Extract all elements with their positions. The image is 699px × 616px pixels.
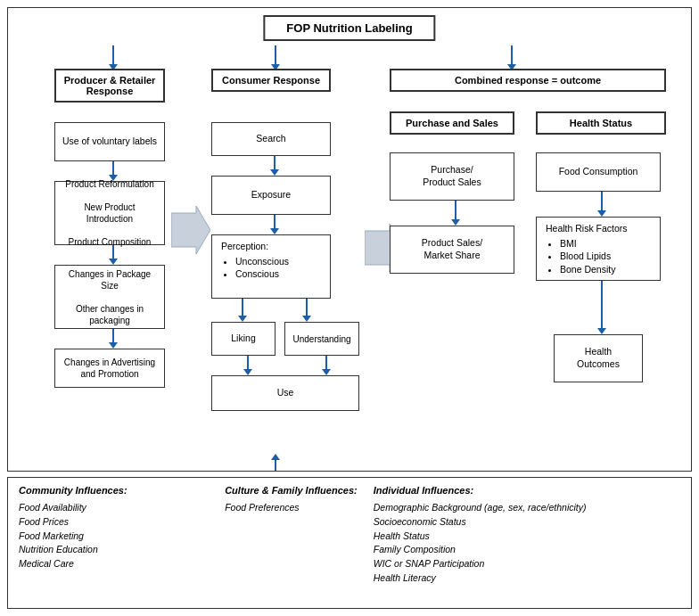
box-use: Use	[211, 375, 359, 411]
arrow-col1-3-4	[109, 329, 118, 349]
community-item-3: Food Marketing	[19, 530, 210, 544]
community-item-2: Food Prices	[19, 515, 210, 530]
health-bullet-3: Bone Density	[560, 263, 654, 276]
big-arrow-1-2	[171, 206, 210, 256]
arrow-title-col2	[271, 45, 280, 70]
arrow-food-healthrisk	[597, 192, 606, 217]
arrow-col2-exposure-perception	[270, 215, 279, 234]
col3a-header: Purchase and Sales	[390, 111, 514, 135]
bottom-culture: Culture & Family Influences: Food Prefer…	[225, 485, 359, 601]
individual-item-2: Socioeconomic Status	[374, 515, 680, 530]
title-box: FOP Nutrition Labeling	[263, 15, 435, 41]
box-perception: Perception: Unconscious Conscious	[211, 234, 331, 299]
arrow-understanding-use	[322, 356, 331, 375]
bottom-community: Community Influences: Food Availability …	[19, 485, 210, 601]
col1-header: Producer & Retailer Response	[54, 69, 165, 103]
individual-item-3: Health Status	[374, 530, 680, 544]
box-health-outcomes: Health Outcomes	[554, 334, 643, 382]
arrow-title-col1	[109, 45, 118, 70]
individual-item-4: Family Composition	[374, 543, 680, 557]
svg-marker-0	[171, 206, 210, 254]
community-item-4: Nutrition Education	[19, 543, 210, 557]
box-liking: Liking	[211, 322, 275, 356]
community-item-1: Food Availability	[19, 501, 210, 515]
box-voluntary-labels: Use of voluntary labels	[54, 122, 165, 161]
box-food-consumption: Food Consumption	[536, 152, 661, 192]
main-wrapper: FOP Nutrition Labeling Producer & Retail…	[0, 0, 699, 616]
bottom-individual: Individual Influences: Demographic Backg…	[374, 485, 680, 601]
health-bullet-2: Blood Lipids	[560, 250, 654, 263]
arrow-title-col3	[507, 45, 516, 70]
arrow-bottom-up	[271, 454, 280, 471]
community-title: Community Influences:	[19, 485, 210, 496]
arrow-col2-search-exposure	[270, 156, 279, 176]
bottom-influences: Community Influences: Food Availability …	[7, 477, 692, 609]
arrow-liking-use	[243, 356, 252, 375]
individual-title: Individual Influences:	[374, 485, 680, 496]
culture-item-1: Food Preferences	[225, 501, 359, 515]
box-package-size: Changes in Package Size Other changes in…	[54, 265, 165, 329]
individual-item-6: Health Literacy	[374, 571, 680, 586]
culture-title: Culture & Family Influences:	[225, 485, 359, 496]
col3b-header: Health Status	[536, 111, 666, 135]
box-health-risk: Health Risk Factors BMI Blood Lipids Bon…	[536, 217, 661, 281]
arrow-col1-2-3	[109, 245, 118, 265]
arrow-healthrisk-outcomes	[597, 281, 606, 334]
box-search: Search	[211, 122, 331, 156]
individual-item-1: Demographic Background (age, sex, race/e…	[374, 501, 680, 515]
box-understanding: Understanding	[284, 322, 359, 356]
arrow-col2-perception-understanding	[302, 299, 311, 322]
box-exposure: Exposure	[211, 176, 331, 215]
col3-header: Combined response = outcome	[390, 69, 666, 92]
arrow-col2-perception-liking	[238, 299, 247, 322]
diagram-area: FOP Nutrition Labeling Producer & Retail…	[7, 7, 692, 472]
perception-bullet-2: Conscious	[235, 267, 325, 281]
box-purchase-sales: Purchase/ Product Sales	[390, 152, 514, 201]
box-product-sales: Product Sales/ Market Share	[390, 226, 514, 274]
health-bullet-1: BMI	[560, 237, 654, 251]
arrow-col3-purchase-productsales	[451, 201, 460, 226]
box-advertising: Changes in Advertising and Promotion	[54, 349, 165, 388]
individual-item-5: WIC or SNAP Participation	[374, 557, 680, 571]
box-reformulation: Product Reformulation New Product Introd…	[54, 181, 165, 245]
community-item-5: Medical Care	[19, 557, 210, 571]
col2-header: Consumer Response	[211, 69, 331, 92]
perception-bullet-1: Unconscious	[235, 255, 325, 268]
